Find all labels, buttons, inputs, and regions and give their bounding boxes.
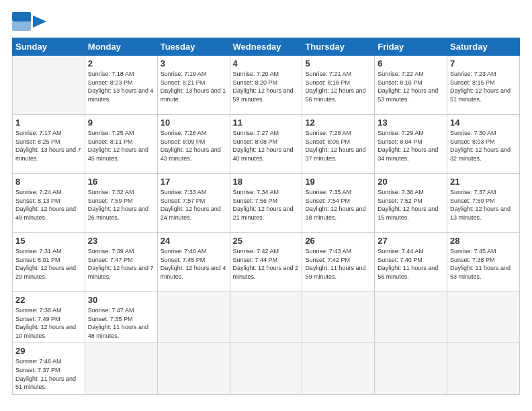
calendar-header-row: SundayMondayTuesdayWednesdayThursdayFrid… (13, 38, 520, 56)
day-info: Sunrise: 7:19 AMSunset: 8:21 PMDaylight:… (161, 70, 227, 103)
day-number: 26 (305, 236, 371, 246)
day-number: 2 (88, 58, 154, 68)
day-info: Sunrise: 7:29 AMSunset: 8:04 PMDaylight:… (378, 129, 444, 163)
day-number: 19 (305, 177, 371, 187)
logo-icon (12, 12, 31, 31)
day-number: 17 (161, 177, 227, 187)
day-info: Sunrise: 7:22 AMSunset: 8:16 PMDaylight:… (378, 70, 444, 103)
calendar-day-cell: 16Sunrise: 7:32 AMSunset: 7:59 PMDayligh… (85, 174, 157, 233)
day-info: Sunrise: 7:28 AMSunset: 8:06 PMDaylight:… (305, 129, 371, 163)
day-number: 14 (450, 118, 517, 128)
calendar-week-row: 8Sunrise: 7:24 AMSunset: 8:13 PMDaylight… (13, 174, 520, 233)
day-info: Sunrise: 7:32 AMSunset: 7:59 PMDaylight:… (88, 188, 154, 222)
logo-text (32, 15, 47, 28)
day-info: Sunrise: 7:43 AMSunset: 7:42 PMDaylight:… (305, 247, 371, 281)
calendar-day-cell (230, 343, 302, 394)
calendar-day-cell: 23Sunrise: 7:39 AMSunset: 7:47 PMDayligh… (85, 233, 157, 292)
day-number: 27 (378, 236, 444, 246)
calendar-header-monday: Monday (85, 38, 157, 56)
calendar-day-cell: 7Sunrise: 7:23 AMSunset: 8:15 PMDaylight… (447, 56, 520, 115)
calendar-day-cell: 12Sunrise: 7:28 AMSunset: 8:06 PMDayligh… (302, 115, 375, 174)
day-info: Sunrise: 7:33 AMSunset: 7:57 PMDaylight:… (161, 188, 227, 222)
calendar-day-cell: 22Sunrise: 7:38 AMSunset: 7:49 PMDayligh… (13, 292, 85, 343)
day-info: Sunrise: 7:17 AMSunset: 8:25 PMDaylight:… (15, 129, 82, 163)
calendar-day-cell (157, 343, 230, 394)
calendar-day-cell: 18Sunrise: 7:34 AMSunset: 7:56 PMDayligh… (230, 174, 302, 233)
day-number: 13 (378, 118, 444, 128)
day-number: 9 (88, 118, 154, 128)
day-number: 21 (450, 177, 517, 187)
day-number: 3 (161, 58, 227, 68)
calendar-day-cell (375, 343, 447, 394)
day-info: Sunrise: 7:45 AMSunset: 7:38 PMDaylight:… (450, 247, 517, 281)
calendar-day-cell: 15Sunrise: 7:31 AMSunset: 8:01 PMDayligh… (13, 233, 85, 292)
calendar-day-cell (302, 292, 375, 343)
calendar-day-cell: 6Sunrise: 7:22 AMSunset: 8:16 PMDaylight… (375, 56, 447, 115)
day-info: Sunrise: 7:20 AMSunset: 8:20 PMDaylight:… (233, 70, 300, 103)
calendar-day-cell: 19Sunrise: 7:35 AMSunset: 7:54 PMDayligh… (302, 174, 375, 233)
day-number: 11 (233, 118, 300, 128)
calendar-day-cell: 2Sunrise: 7:18 AMSunset: 8:23 PMDaylight… (85, 56, 157, 115)
calendar-day-cell: 27Sunrise: 7:44 AMSunset: 7:40 PMDayligh… (375, 233, 447, 292)
calendar-day-cell: 13Sunrise: 7:29 AMSunset: 8:04 PMDayligh… (375, 115, 447, 174)
day-number: 6 (378, 58, 444, 68)
day-number: 28 (450, 236, 517, 246)
calendar-day-cell (302, 343, 375, 394)
calendar-day-cell (85, 343, 157, 394)
day-number: 10 (161, 118, 227, 128)
calendar-week-row: 29Sunrise: 7:46 AMSunset: 7:37 PMDayligh… (13, 343, 520, 394)
calendar-day-cell (375, 292, 447, 343)
calendar-day-cell: 5Sunrise: 7:21 AMSunset: 8:18 PMDaylight… (302, 56, 375, 115)
calendar-day-cell (447, 343, 520, 394)
calendar-day-cell: 28Sunrise: 7:45 AMSunset: 7:38 PMDayligh… (447, 233, 520, 292)
day-info: Sunrise: 7:42 AMSunset: 7:44 PMDaylight:… (233, 247, 300, 281)
calendar-week-row: 22Sunrise: 7:38 AMSunset: 7:49 PMDayligh… (13, 292, 520, 343)
calendar-day-cell: 20Sunrise: 7:36 AMSunset: 7:52 PMDayligh… (375, 174, 447, 233)
calendar-day-cell (13, 56, 85, 115)
day-number: 12 (305, 118, 371, 128)
day-info: Sunrise: 7:36 AMSunset: 7:52 PMDaylight:… (378, 188, 444, 222)
day-number: 5 (305, 58, 371, 68)
calendar-week-row: 15Sunrise: 7:31 AMSunset: 8:01 PMDayligh… (13, 233, 520, 292)
day-number: 22 (15, 295, 82, 305)
calendar-day-cell: 3Sunrise: 7:19 AMSunset: 8:21 PMDaylight… (157, 56, 230, 115)
calendar-day-cell (447, 292, 520, 343)
day-number: 1 (15, 118, 82, 128)
day-number: 7 (450, 58, 517, 68)
calendar-day-cell: 9Sunrise: 7:25 AMSunset: 8:11 PMDaylight… (85, 115, 157, 174)
calendar-week-row: 2Sunrise: 7:18 AMSunset: 8:23 PMDaylight… (13, 56, 520, 115)
calendar-day-cell: 24Sunrise: 7:40 AMSunset: 7:45 PMDayligh… (157, 233, 230, 292)
calendar-day-cell: 14Sunrise: 7:30 AMSunset: 8:03 PMDayligh… (447, 115, 520, 174)
day-info: Sunrise: 7:31 AMSunset: 8:01 PMDaylight:… (15, 247, 82, 281)
day-number: 25 (233, 236, 300, 246)
day-number: 20 (378, 177, 444, 187)
day-number: 29 (15, 346, 82, 356)
calendar-day-cell: 25Sunrise: 7:42 AMSunset: 7:44 PMDayligh… (230, 233, 302, 292)
logo (12, 12, 47, 31)
calendar-header-thursday: Thursday (302, 38, 375, 56)
day-number: 8 (15, 177, 82, 187)
day-info: Sunrise: 7:24 AMSunset: 8:13 PMDaylight:… (15, 188, 82, 222)
day-number: 18 (233, 177, 300, 187)
svg-rect-1 (12, 21, 31, 31)
calendar-day-cell: 10Sunrise: 7:26 AMSunset: 8:09 PMDayligh… (157, 115, 230, 174)
day-number: 23 (88, 236, 154, 246)
day-number: 15 (15, 236, 82, 246)
calendar-day-cell: 21Sunrise: 7:37 AMSunset: 7:50 PMDayligh… (447, 174, 520, 233)
calendar-header-friday: Friday (375, 38, 447, 56)
calendar-day-cell (157, 292, 230, 343)
calendar-header-saturday: Saturday (447, 38, 520, 56)
calendar-table: SundayMondayTuesdayWednesdayThursdayFrid… (12, 38, 520, 395)
calendar-day-cell: 26Sunrise: 7:43 AMSunset: 7:42 PMDayligh… (302, 233, 375, 292)
svg-marker-3 (33, 15, 46, 28)
page-container: SundayMondayTuesdayWednesdayThursdayFrid… (0, 0, 532, 411)
day-number: 16 (88, 177, 154, 187)
day-number: 24 (161, 236, 227, 246)
day-info: Sunrise: 7:25 AMSunset: 8:11 PMDaylight:… (88, 129, 154, 163)
day-info: Sunrise: 7:38 AMSunset: 7:49 PMDaylight:… (15, 306, 82, 340)
day-info: Sunrise: 7:44 AMSunset: 7:40 PMDaylight:… (378, 247, 444, 281)
logo-arrow-icon (33, 15, 46, 28)
day-info: Sunrise: 7:40 AMSunset: 7:45 PMDaylight:… (161, 247, 227, 281)
day-info: Sunrise: 7:21 AMSunset: 8:18 PMDaylight:… (305, 70, 371, 103)
day-info: Sunrise: 7:30 AMSunset: 8:03 PMDaylight:… (450, 129, 517, 163)
